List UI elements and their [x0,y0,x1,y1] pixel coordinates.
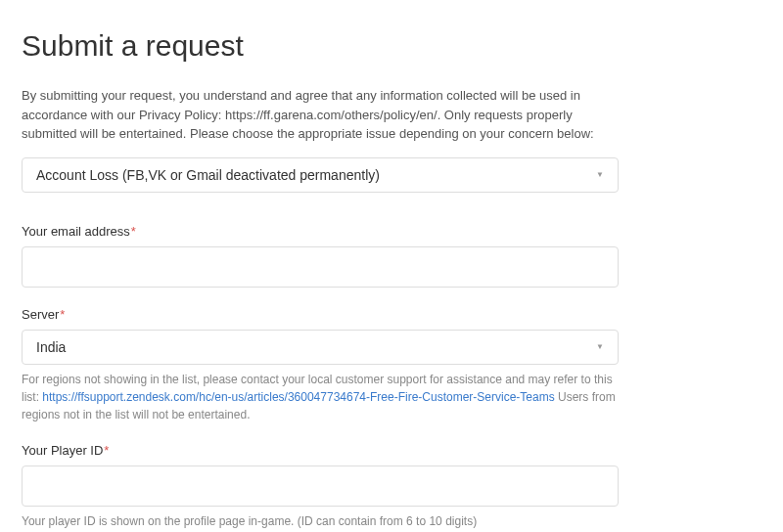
intro-text: By submitting your request, you understa… [22,86,619,144]
email-label: Your email address* [22,224,761,239]
server-label-text: Server [22,307,59,322]
required-marker: * [131,224,136,239]
required-marker: * [104,443,109,458]
chevron-down-icon: ▼ [596,170,604,179]
player-id-label: Your Player ID* [22,443,761,458]
server-select[interactable]: India ▼ [22,330,619,365]
server-value: India [36,339,66,355]
chevron-down-icon: ▼ [596,342,604,351]
issue-type-value: Account Loss (FB,VK or Gmail deactivated… [36,167,380,183]
email-label-text: Your email address [22,224,130,239]
player-id-label-text: Your Player ID [22,443,103,458]
player-id-field[interactable] [22,466,619,507]
server-helper-text: For regions not showing in the list, ple… [22,371,619,423]
server-helper-link[interactable]: https://ffsupport.zendesk.com/hc/en-us/a… [42,390,554,404]
server-label: Server* [22,307,761,322]
player-id-helper-text: Your player ID is shown on the profile p… [22,512,619,530]
page-title: Submit a request [22,29,761,63]
email-field[interactable] [22,246,619,288]
issue-type-select[interactable]: Account Loss (FB,VK or Gmail deactivated… [22,157,619,193]
required-marker: * [60,307,65,322]
